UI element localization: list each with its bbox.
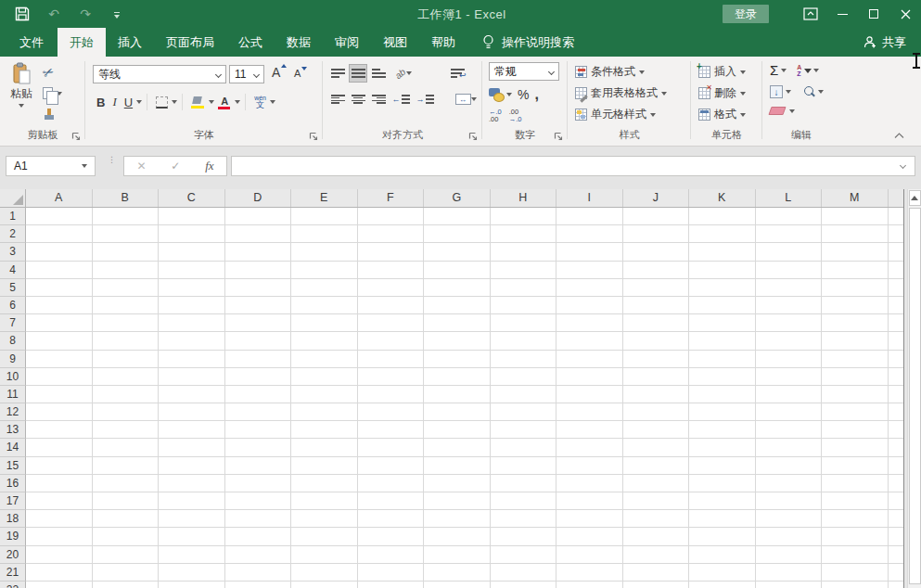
insert-function-icon[interactable]: fx (205, 159, 213, 173)
number-format-combo[interactable]: 常规 (489, 62, 559, 81)
cell-D2[interactable] (225, 225, 292, 242)
formula-input[interactable] (231, 156, 915, 176)
cell-I17[interactable] (556, 492, 623, 509)
fill-color-button[interactable] (187, 93, 209, 111)
cell-I11[interactable] (556, 386, 623, 403)
format-painter-button[interactable] (43, 107, 80, 122)
cell-A21[interactable] (26, 564, 93, 581)
increase-font-size-button[interactable]: A (272, 65, 280, 80)
cell-I7[interactable] (556, 314, 623, 331)
cell-F21[interactable] (358, 564, 425, 581)
close-button[interactable] (889, 0, 921, 28)
cell-partial-14[interactable] (889, 439, 905, 455)
cell-I18[interactable] (556, 510, 623, 527)
cell-G1[interactable] (424, 208, 491, 224)
cell-G22[interactable] (424, 582, 491, 588)
cell-E13[interactable] (291, 421, 358, 438)
decrease-font-size-button[interactable]: A (294, 67, 301, 80)
cell-K11[interactable] (689, 386, 756, 403)
cell-I21[interactable] (556, 564, 623, 581)
cell-K8[interactable] (689, 332, 756, 349)
cell-F13[interactable] (358, 421, 425, 438)
cell-C14[interactable] (159, 439, 225, 455)
cell-G9[interactable] (424, 351, 491, 367)
cell-M2[interactable] (822, 225, 889, 242)
scroll-up-button[interactable] (909, 190, 921, 206)
column-header-L[interactable]: L (756, 189, 823, 207)
cell-G12[interactable] (424, 403, 491, 420)
undo-icon[interactable]: ↶ (45, 5, 63, 23)
cell-F5[interactable] (358, 279, 425, 296)
cell-J11[interactable] (623, 386, 690, 403)
cell-M6[interactable] (822, 297, 889, 313)
cell-H8[interactable] (491, 332, 557, 349)
cell-B1[interactable] (93, 208, 160, 224)
cell-H16[interactable] (491, 475, 557, 492)
cell-D16[interactable] (225, 475, 292, 492)
expand-formula-bar-icon[interactable] (900, 162, 906, 169)
wrap-text-button[interactable]: ↩ (445, 64, 469, 83)
cell-L9[interactable] (756, 351, 823, 367)
cell-C19[interactable] (159, 528, 225, 544)
minimize-button[interactable] (826, 0, 858, 28)
phonetic-guide-dropdown[interactable] (270, 100, 275, 104)
cell-F22[interactable] (358, 582, 425, 588)
cell-D12[interactable] (225, 403, 292, 420)
cell-K17[interactable] (689, 492, 756, 509)
row-header-6[interactable]: 6 (0, 297, 26, 314)
cell-K2[interactable] (689, 225, 756, 242)
cell-K22[interactable] (689, 582, 756, 588)
column-header-J[interactable]: J (623, 189, 690, 207)
cell-A18[interactable] (26, 510, 93, 527)
cell-K3[interactable] (689, 243, 756, 260)
cell-partial-20[interactable] (889, 546, 905, 563)
cell-L2[interactable] (756, 225, 823, 242)
cell-J20[interactable] (623, 546, 690, 563)
cell-K7[interactable] (689, 314, 756, 331)
row-header-10[interactable]: 10 (0, 368, 26, 386)
orientation-button[interactable]: ab (390, 64, 417, 83)
font-color-button[interactable]: A (214, 93, 235, 111)
cell-I10[interactable] (556, 368, 623, 385)
cell-A10[interactable] (26, 368, 93, 385)
cell-M18[interactable] (822, 510, 889, 527)
cell-H19[interactable] (491, 528, 557, 544)
cell-G6[interactable] (424, 297, 491, 313)
cell-D14[interactable] (225, 439, 292, 455)
cell-F2[interactable] (358, 225, 425, 242)
align-middle-button[interactable] (349, 64, 367, 83)
cell-A14[interactable] (26, 439, 93, 455)
cell-C5[interactable] (159, 279, 225, 296)
cell-M7[interactable] (822, 314, 889, 331)
tab-公式[interactable]: 公式 (226, 28, 275, 57)
cell-F8[interactable] (358, 332, 425, 349)
cell-E1[interactable] (291, 208, 358, 224)
cell-B3[interactable] (93, 243, 160, 260)
align-center-button[interactable] (349, 90, 367, 109)
cell-J3[interactable] (623, 243, 690, 260)
cell-K1[interactable] (689, 208, 756, 224)
cell-K13[interactable] (689, 421, 756, 438)
cell-E14[interactable] (291, 439, 358, 455)
cell-E18[interactable] (291, 510, 358, 527)
cell-L7[interactable] (756, 314, 823, 331)
comma-style-button[interactable]: , (534, 86, 538, 103)
align-left-button[interactable] (328, 90, 347, 109)
cell-K15[interactable] (689, 457, 756, 474)
row-header-2[interactable]: 2 (0, 225, 26, 243)
tab-帮助[interactable]: 帮助 (419, 28, 467, 57)
column-header-G[interactable]: G (424, 189, 491, 207)
cell-F19[interactable] (358, 528, 425, 544)
cell-G4[interactable] (424, 262, 491, 278)
paste-button[interactable]: 粘贴 (6, 62, 37, 123)
save-icon[interactable] (13, 5, 32, 23)
row-header-9[interactable]: 9 (0, 351, 26, 368)
cell-B14[interactable] (93, 439, 160, 455)
cell-F14[interactable] (358, 439, 425, 455)
select-all-button[interactable] (0, 189, 26, 207)
font-dialog-launcher-icon[interactable] (309, 132, 319, 142)
autosum-button[interactable]: Σ (770, 64, 787, 77)
cell-B15[interactable] (93, 457, 160, 474)
cell-M5[interactable] (822, 279, 889, 296)
column-header-K[interactable]: K (689, 189, 756, 207)
